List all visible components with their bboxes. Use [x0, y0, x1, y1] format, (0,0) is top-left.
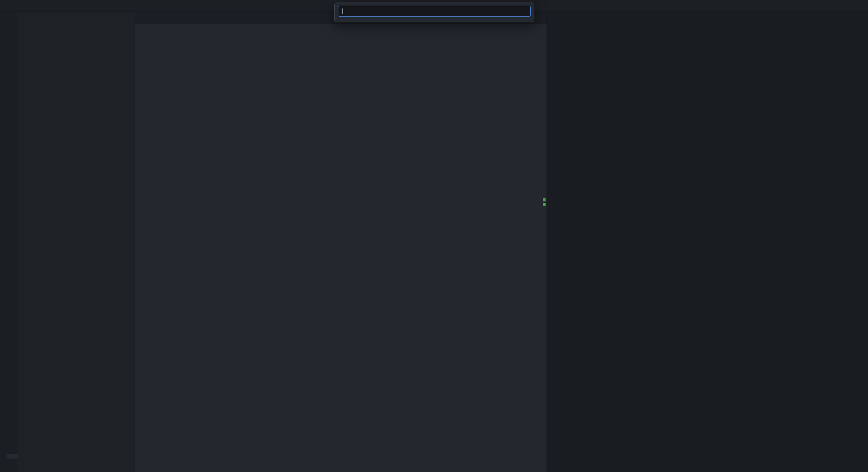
git-added-mark	[543, 203, 546, 206]
code-editor[interactable]	[135, 33, 542, 472]
git-added-mark	[543, 198, 546, 201]
chat-header	[547, 12, 868, 25]
chat-composer	[547, 468, 868, 472]
command-palette	[334, 2, 534, 22]
editor-group	[135, 12, 547, 472]
ai-chat-panel	[547, 12, 868, 472]
chat-context-pills	[547, 25, 868, 29]
command-palette-input[interactable]	[338, 6, 531, 17]
explorer-header: ⋯	[17, 12, 135, 22]
text-caret	[342, 8, 343, 14]
explorer-sidebar: ⋯	[17, 12, 135, 472]
explorer-more-actions-icon[interactable]: ⋯	[124, 14, 130, 20]
workbench: ⋯	[0, 12, 868, 472]
update-toast[interactable]	[7, 454, 18, 458]
activity-bar	[0, 12, 17, 472]
overview-ruler[interactable]	[542, 33, 547, 472]
app-window: ⋯	[0, 0, 868, 472]
breadcrumb	[135, 24, 547, 33]
chat-messages	[547, 29, 868, 468]
project-root-row[interactable]	[17, 22, 135, 30]
